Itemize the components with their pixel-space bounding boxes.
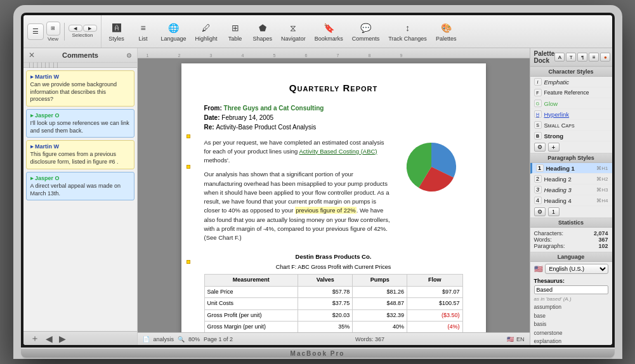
footer-left: 📄 analysis 🔍 80% Page 1 of 2: [143, 336, 233, 342]
style-glow[interactable]: G Glow: [530, 98, 612, 109]
arrow-left-icon[interactable]: ◀: [69, 25, 82, 32]
data-table: Measurement Valves Pumps Flow Sa: [204, 274, 463, 332]
zoom-icon: 🔍: [178, 336, 185, 342]
para-styles-gear[interactable]: ⚙: [534, 207, 546, 216]
shapes-button[interactable]: ⬟ Shapes: [249, 20, 277, 43]
style-feature-reference[interactable]: F Feature Reference: [530, 88, 612, 98]
thesaurus-result-item[interactable]: cornerstone: [534, 329, 608, 338]
style-small-caps[interactable]: S Small Caps: [530, 120, 612, 131]
comment-item[interactable]: ▸ Jasper O A direct verbal appeal was ma…: [26, 172, 134, 200]
document-para1: As per your request, we have completed a…: [204, 138, 392, 166]
palette-icon-t[interactable]: T: [566, 53, 576, 62]
thesaurus-result-item[interactable]: assumption: [534, 303, 608, 312]
flag-icon: 🇺🇸: [507, 336, 514, 342]
comment-item[interactable]: ▸ Martin W This figure comes from a prev…: [26, 140, 134, 169]
comment-marker-2: [187, 165, 190, 169]
paragraphs-value: 102: [598, 243, 608, 249]
language-button[interactable]: 🌐 Language: [157, 20, 190, 43]
paragraph-styles-title: Paragraph Styles: [530, 153, 612, 163]
toolbar: ☰ ⊞ View ◀ ▶ Selection: [23, 15, 612, 48]
style-heading-1[interactable]: 1 Heading 1 ⌘H1: [530, 163, 612, 174]
table-button[interactable]: ⊞ Table: [223, 20, 248, 43]
chars-label: Characters:: [534, 230, 564, 237]
palette-icon-list[interactable]: ≡: [589, 53, 599, 62]
next-comment-button[interactable]: ▶: [57, 334, 68, 344]
zoom-level: 80%: [188, 336, 200, 342]
style-hyperlink[interactable]: H Hyperlink: [530, 109, 612, 120]
hamburger-icon[interactable]: ☰: [27, 23, 44, 40]
document-area: 1 2 3 4 5 6 7 8 9: [138, 48, 530, 345]
style-strong[interactable]: B Strong: [530, 131, 612, 141]
palettes-icon: 🎨: [438, 21, 454, 35]
heading-4-shortcut: ⌘H4: [596, 198, 608, 204]
track-changes-button[interactable]: ↕ Track Changes: [384, 20, 431, 43]
comment-item[interactable]: ▸ Jasper O I'll look up some references …: [26, 109, 134, 138]
table-icon: ⊞: [228, 21, 243, 35]
view-icon-top[interactable]: ⊞: [46, 22, 60, 36]
palette-icon-a[interactable]: A: [554, 53, 565, 62]
language-select[interactable]: English (U.S.): [545, 264, 608, 274]
heading-2-shortcut: ⌘H2: [596, 176, 608, 182]
thesaurus-result-item[interactable]: explanation: [534, 337, 608, 345]
char-styles-add[interactable]: +: [548, 143, 560, 152]
document-title: Quarterly Report: [204, 81, 463, 96]
list-button[interactable]: ≡ List: [131, 20, 156, 43]
comment-item[interactable]: ▸ Martin W Can we provide some backgroun…: [26, 70, 134, 107]
styles-icon: 🅰: [109, 21, 124, 35]
thesaurus-context: as in 'based' (A.): [534, 296, 608, 302]
col-header-flow: Flow: [407, 275, 462, 287]
page-info: Page 1 of 2: [204, 336, 233, 342]
heading-3-shortcut: ⌘H3: [596, 187, 608, 193]
comments-panel: ✕ Comments ⚙ │ │ │ │ │ │ │ │ ▸ Martin W …: [23, 48, 138, 345]
heading-4-label: Heading 4: [544, 197, 572, 204]
emphatic-icon: I: [534, 78, 542, 86]
comments-close-button[interactable]: ✕: [29, 51, 35, 60]
add-comment-button[interactable]: ＋: [29, 333, 41, 344]
table-company-title: Destin Brass Products Co.: [204, 252, 463, 261]
style-heading-4[interactable]: 4 Heading 4 ⌘H4: [530, 195, 612, 206]
prev-comment-button[interactable]: ◀: [44, 334, 55, 344]
stat-paras-row: Paragraphs: 102: [534, 243, 608, 249]
thesaurus-input[interactable]: [534, 285, 608, 294]
statistics-section: Characters: 2,074 Words: 367 Paragraphs:…: [530, 228, 612, 252]
paragraph-styles-list: 1 Heading 1 ⌘H1 2 Heading 2 ⌘H2 3 Headin…: [530, 163, 612, 206]
comment-text: I'll look up some references we can link…: [30, 120, 130, 134]
comment-author: ▸ Martin W: [30, 74, 130, 80]
char-styles-gear[interactable]: ⚙: [534, 143, 546, 152]
document-header-info: From: Three Guys and a Cat Consulting Da…: [204, 103, 463, 132]
highlight-button[interactable]: 🖊 Highlight: [192, 20, 221, 43]
style-heading-2[interactable]: 2 Heading 2 ⌘H2: [530, 174, 612, 185]
thesaurus-result-item[interactable]: basis: [534, 320, 608, 329]
document-scroll[interactable]: Quarterly Report From: Three Guys and a …: [138, 58, 530, 332]
comment-marker-1: [187, 134, 190, 138]
small-caps-label: Small Caps: [544, 122, 575, 129]
comments-settings-icon[interactable]: ⚙: [126, 52, 132, 59]
words-value: 367: [598, 237, 608, 243]
chars-value: 2,074: [594, 230, 608, 237]
bookmarks-button[interactable]: 🔖 Bookmarks: [311, 20, 347, 43]
styles-button[interactable]: 🅰 Styles: [104, 20, 129, 43]
palette-icon-para[interactable]: ¶: [577, 53, 587, 62]
style-emphatic[interactable]: I Emphatic: [530, 77, 612, 88]
table-section: Destin Brass Products Co. Chart F: ABC G…: [204, 252, 463, 332]
para-styles-num[interactable]: 1: [548, 207, 560, 216]
col-header-measurement: Measurement: [204, 275, 298, 287]
comment-author: ▸ Jasper O: [30, 175, 130, 181]
table-subtitle: Chart F: ABC Gross Profit with Current P…: [204, 263, 463, 272]
style-heading-3[interactable]: 3 Heading 3 ⌘H3: [530, 185, 612, 195]
ruler-horizontal: 1 2 3 4 5 6 7 8 9: [138, 48, 530, 58]
laptop-screen: ☰ ⊞ View ◀ ▶ Selection: [21, 13, 615, 348]
heading-1-label: Heading 1: [546, 165, 575, 172]
glow-icon: G: [534, 100, 542, 107]
file-label: analysis: [154, 336, 174, 342]
comments-button[interactable]: 💬 Comments: [348, 20, 384, 43]
navigator-button[interactable]: ⧖ Navigator: [277, 20, 310, 43]
palettes-button[interactable]: 🎨 Palettes: [432, 20, 461, 43]
us-flag-icon: 🇺🇸: [534, 265, 543, 273]
document-page: Quarterly Report From: Three Guys and a …: [181, 63, 486, 332]
palette-icon-color[interactable]: ●: [600, 53, 610, 62]
arrow-right-icon[interactable]: ▶: [83, 25, 97, 32]
document-para2: Our analysis has shown that a significan…: [204, 170, 392, 242]
thesaurus-result-item[interactable]: base: [534, 312, 608, 321]
comments-ruler: │ │ │ │ │ │ │ │: [23, 63, 137, 68]
